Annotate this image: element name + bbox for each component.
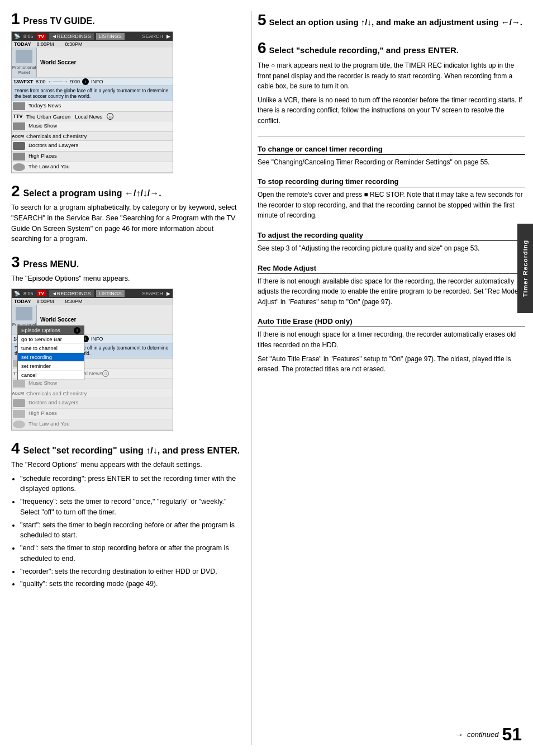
tg-description: Teams from across the globe face off in … xyxy=(12,86,173,101)
tg-time-2: 8:30PM xyxy=(65,41,83,47)
tg2-antenna-icon: 📡 xyxy=(14,291,20,296)
step-1-number: 1 xyxy=(11,11,20,27)
tg2-today: TODAY xyxy=(14,299,31,304)
menu-item-set-recording[interactable]: set recording xyxy=(18,353,84,362)
tg2-law: The Law and You xyxy=(28,420,69,428)
tg-nav-arrow: ▶ xyxy=(166,34,170,39)
step-5-title: Select an option using ↑/↓, and make an … xyxy=(269,17,522,27)
tg-tv-icon: TV xyxy=(37,34,46,40)
menu-item-set-reminder[interactable]: set reminder xyxy=(18,362,84,371)
section-stop-recording: To stop recording during timer recording… xyxy=(258,177,525,221)
tg2-circle: ○ xyxy=(102,370,109,377)
bullet-frequency: "frequency": sets the timer to record "o… xyxy=(20,497,243,518)
tg2-music-show: Music Show xyxy=(28,380,57,388)
promo-panel-1: Promotional Panel xyxy=(12,48,37,77)
episode-menu-title: Episode Options i xyxy=(18,326,84,335)
left-column: 1 Press TV GUIDE. 📡 8:05 TV ◄RECORDINGS … xyxy=(11,11,251,745)
right-column: 5 Select an option using ↑/↓, and make a… xyxy=(251,11,525,745)
program-law: The Law and You xyxy=(28,163,69,171)
step-5-block: 5 Select an option using ↑/↓, and make a… xyxy=(258,11,525,29)
step-4-block: 4 Select "set recording" using ↑/↓, and … xyxy=(11,441,243,589)
program-urban-garden: The Urban Garden xyxy=(26,114,70,120)
program-chem: Chemicals and Chemistry xyxy=(26,133,87,139)
program-local-news: Local News xyxy=(75,114,102,120)
menu-item-cancel[interactable]: cancel xyxy=(18,371,84,380)
section-auto-title: Auto Title Erase (HDD only) If there is … xyxy=(258,317,525,374)
section-change-cancel-body: See "Changing/Canceling Timer Recording … xyxy=(258,157,525,168)
section-change-cancel: To change or cancel timer recording See … xyxy=(258,145,525,168)
tg2-high-places: High Places xyxy=(28,410,57,418)
tg2-tab-listings[interactable]: LISTINGS xyxy=(96,290,125,297)
step-2-body: To search for a program alphabetically, … xyxy=(11,202,243,244)
section-rec-mode-heading: Rec Mode Adjust xyxy=(258,264,525,274)
bottom-nav-page-number: 51 xyxy=(502,724,522,745)
tg-tab-recordings[interactable]: ◄RECORDINGS xyxy=(49,33,94,40)
tg-time-1: 8:00PM xyxy=(37,41,54,47)
step-3-block: 3 Press MENU. The "Episode Options" menu… xyxy=(11,254,243,431)
step-6-number: 6 xyxy=(258,39,266,57)
step-6-heading: 6 Select "schedule recording," and press… xyxy=(258,39,525,57)
auto-title-p2: Set "Auto Title Erase" in "Features" set… xyxy=(258,354,525,375)
step-3-title: Press MENU. xyxy=(23,259,79,270)
step-5-number: 5 xyxy=(258,11,266,29)
tg2-chem: Chemicals and Chemistry xyxy=(26,390,87,396)
section-stop-recording-heading: To stop recording during timer recording xyxy=(258,177,525,187)
section-stop-recording-body: Open the remote's cover and press ■ REC … xyxy=(258,190,525,221)
section-rec-mode-body: If there is not enough available disc sp… xyxy=(258,276,525,308)
episode-menu-info-icon: i xyxy=(74,327,80,334)
step-3-body: The "Episode Options" menu appears. xyxy=(11,273,243,284)
circle-mark: ○ xyxy=(107,113,113,120)
step-4-number: 4 xyxy=(11,441,20,456)
section-rec-mode: Rec Mode Adjust If there is not enough a… xyxy=(258,264,525,308)
tg-row-urban: TTV The Urban Garden Local News ○ xyxy=(12,112,173,121)
tg-tab-listings[interactable]: LISTINGS xyxy=(96,33,125,40)
bullet-quality: "quality": sets the recording mode (page… xyxy=(20,579,243,589)
tg-row-highplaces: High Places xyxy=(12,152,173,162)
sidebar-timer-recording: Timer Recording xyxy=(517,224,533,313)
section-adjust-quality-body: See step 3 of "Adjusting the recording p… xyxy=(258,243,525,254)
tg-search[interactable]: SEARCH xyxy=(142,34,163,39)
tg2-nav-arrow: ▶ xyxy=(166,291,170,296)
tv-guide-mockup-2: 📡 8:05 TV ◄RECORDINGS LISTINGS SEARCH ▶ … xyxy=(11,289,173,431)
section-change-cancel-heading: To change or cancel timer recording xyxy=(258,145,525,155)
step-4-body: The "Record Options" menu appears with t… xyxy=(11,460,243,589)
prog-time-end: 9:00 xyxy=(70,79,80,84)
tg-antenna-icon: 📡 xyxy=(14,34,20,39)
step-6-block: 6 Select "schedule recording," and press… xyxy=(258,39,525,126)
tg2-time: 8:05 xyxy=(23,291,34,296)
step-6-body-p2: Unlike a VCR, there is no need to turn o… xyxy=(258,95,525,126)
menu-item-tune-channel[interactable]: tune to channel xyxy=(18,344,84,353)
tg2-info-label: INFO xyxy=(91,336,103,342)
bullet-schedule: "schedule recording": press ENTER to set… xyxy=(20,474,243,495)
program-music-show: Music Show xyxy=(28,122,57,130)
step-4-bullets: "schedule recording": press ENTER to set… xyxy=(20,474,243,590)
step-4-intro: The "Record Options" menu appears with t… xyxy=(11,460,243,470)
tg2-tv-icon: TV xyxy=(37,290,46,296)
step-3-number: 3 xyxy=(11,254,20,270)
tg2-search[interactable]: SEARCH xyxy=(142,291,163,296)
step-6-body: The ○ mark appears next to the program t… xyxy=(258,60,525,126)
step-2-block: 2 Select a program using ←/↑/↓/→. To sea… xyxy=(11,183,243,244)
tg-row-doctors: Doctors and Lawyers xyxy=(12,141,173,152)
tg2-tab-recordings[interactable]: ◄RECORDINGS xyxy=(49,290,94,297)
tg2-time-1: 8:00PM xyxy=(37,299,54,304)
step-2-heading: 2 Select a program using ←/↑/↓/→. xyxy=(11,183,243,199)
tg2-row-highplaces: High Places xyxy=(12,409,173,419)
prog-info-label: INFO xyxy=(91,79,103,84)
step-2-text: To search for a program alphabetically, … xyxy=(11,202,243,244)
menu-item-service-bar[interactable]: go to Service Bar xyxy=(18,335,84,344)
step-2-number: 2 xyxy=(11,183,20,199)
step-1-block: 1 Press TV GUIDE. 📡 8:05 TV ◄RECORDINGS … xyxy=(11,11,243,173)
step-5-heading: 5 Select an option using ↑/↓, and make a… xyxy=(258,11,525,29)
section-adjust-quality: To adjust the recording quality See step… xyxy=(258,231,525,254)
section-adjust-quality-heading: To adjust the recording quality xyxy=(258,231,525,241)
tg-row-news: Today's News xyxy=(12,101,173,112)
bottom-nav-arrow: → xyxy=(455,730,464,740)
step-3-heading: 3 Press MENU. xyxy=(11,254,243,270)
section-auto-title-body: If there is not enough space for a timer… xyxy=(258,329,525,374)
program-world-soccer: World Soccer xyxy=(40,59,76,65)
bullet-end: "end": sets the timer to stop recording … xyxy=(20,543,243,564)
prog-time-start: 8:00 xyxy=(36,79,46,84)
divider-1 xyxy=(258,136,525,137)
info-badge: i xyxy=(82,78,89,85)
